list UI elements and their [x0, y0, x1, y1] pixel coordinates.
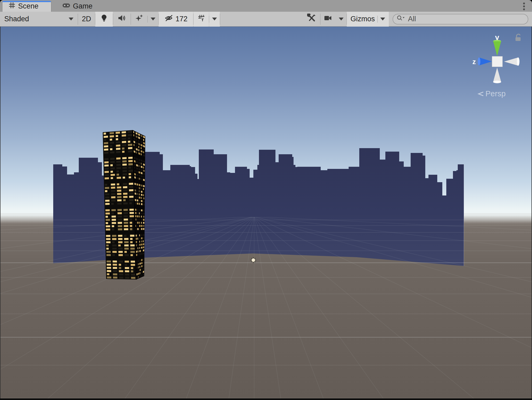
effects-dropdown[interactable]: [148, 12, 158, 27]
axis-x-cone[interactable]: [504, 57, 518, 66]
speaker-icon: [118, 14, 126, 24]
active-tab-indicator: [2, 1, 51, 2]
separator: [220, 14, 220, 25]
chevron-down-icon: [69, 18, 73, 20]
gizmos-dropdown[interactable]: Gizmos: [347, 12, 389, 27]
chevron-down-icon: [380, 18, 385, 20]
search-input[interactable]: [407, 15, 525, 23]
lightbulb-icon: [100, 14, 108, 24]
gamepad-icon: [62, 2, 71, 10]
scene-audio-button[interactable]: [113, 12, 131, 27]
kebab-menu-icon[interactable]: [516, 1, 532, 12]
scene-search-field[interactable]: [393, 14, 528, 24]
tab-scene[interactable]: Scene: [2, 1, 51, 12]
unity-scene-window: Scene Game Shaded 2D: [0, 0, 532, 400]
axis-cube[interactable]: [492, 56, 502, 67]
axis-down-cone[interactable]: [493, 81, 501, 83]
scene-grid-icon: [8, 2, 16, 11]
shading-mode-dropdown[interactable]: Shaded: [0, 12, 78, 27]
eye-slash-icon: [164, 14, 174, 24]
grid-snap-dropdown[interactable]: [209, 12, 220, 27]
tab-game[interactable]: Game: [56, 1, 98, 12]
scene-lighting-button[interactable]: [95, 12, 113, 27]
window-bottom-edge: [0, 398, 532, 400]
sparkle-icon: [135, 14, 143, 24]
wrench-pencil-icon: [307, 14, 316, 24]
tab-label: Game: [73, 2, 93, 10]
axis-y-cone[interactable]: [493, 41, 501, 56]
tab-bar: Scene Game: [0, 0, 532, 12]
toggle-2d-label: 2D: [82, 15, 91, 23]
axis-z-cone[interactable]: [478, 57, 480, 65]
axis-orientation-gizmo[interactable]: y z Persp: [471, 29, 527, 101]
viewport-left-edge: [0, 27, 1, 398]
shading-mode-label: Shaded: [4, 15, 29, 23]
open-padlock-icon[interactable]: [515, 34, 521, 41]
projection-label: Persp: [485, 89, 506, 98]
tab-label: Scene: [18, 2, 39, 10]
scene-viewport[interactable]: y z Persp: [0, 27, 532, 398]
separator: [377, 16, 378, 23]
gizmos-label: Gizmos: [350, 15, 375, 23]
projection-toggle[interactable]: Persp: [479, 89, 506, 98]
chevron-down-icon: [212, 18, 217, 20]
magnifier-icon: [396, 14, 405, 24]
grid-snap-icon: [197, 14, 205, 24]
scene-canvas[interactable]: [0, 27, 532, 398]
camera-icon: [324, 14, 332, 24]
effects-button[interactable]: [131, 12, 147, 27]
camera-settings-dropdown[interactable]: [336, 12, 347, 27]
chevron-down-icon: [339, 18, 344, 20]
hidden-objects-count: 172: [175, 15, 187, 23]
toggle-2d-button[interactable]: 2D: [78, 12, 95, 27]
axis-z-label: z: [472, 58, 476, 66]
axis-z-cone[interactable]: [479, 57, 492, 65]
scene-toolbar: Shaded 2D: [0, 12, 532, 27]
customize-toolbar-button[interactable]: [303, 12, 320, 27]
axis-down-cone[interactable]: [493, 68, 501, 82]
hidden-objects-button[interactable]: 172: [159, 12, 193, 27]
chevron-down-icon: [151, 18, 155, 20]
grid-snap-button[interactable]: [193, 12, 209, 27]
scene-camera-button[interactable]: [320, 12, 336, 27]
axis-x-cone[interactable]: [517, 57, 519, 66]
